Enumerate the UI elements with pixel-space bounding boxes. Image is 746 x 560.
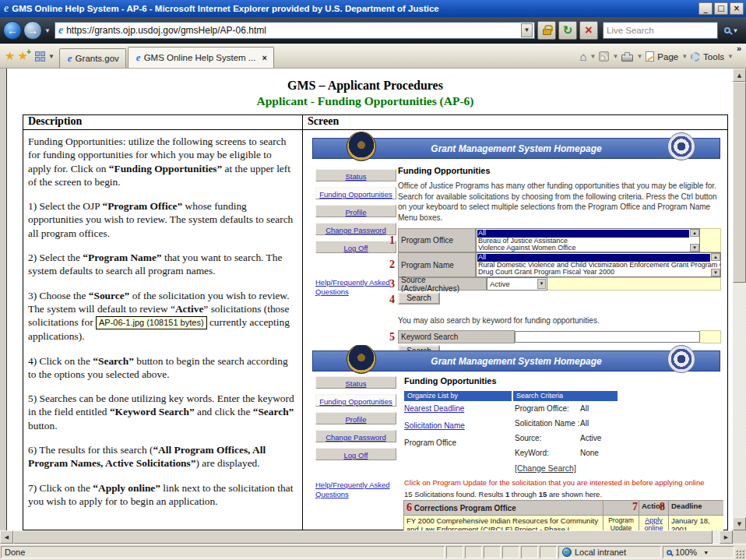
- bold-text-run: 15: [539, 490, 547, 498]
- sidebar-link-label[interactable]: Profile: [346, 208, 367, 217]
- stop-button[interactable]: ×: [579, 21, 598, 40]
- ssl-lock-icon[interactable]: [537, 21, 556, 40]
- listbox-scrollbar[interactable]: ▲▼: [690, 229, 699, 252]
- sidebar-link-label[interactable]: Status: [346, 379, 367, 388]
- scroll-left-icon[interactable]: ◀: [0, 530, 13, 544]
- sidebar-link-label[interactable]: Log Off: [344, 244, 368, 252]
- keyword-row: 5 Keyword Search: [398, 330, 721, 343]
- text-run: 15 Solicitations found. Results: [404, 490, 505, 498]
- favorites-center-icon[interactable]: ★: [5, 49, 15, 63]
- sidebar-button-log-off[interactable]: Log Off: [315, 448, 396, 460]
- scroll-up-icon[interactable]: ▲: [733, 69, 746, 82]
- listbox-option[interactable]: Drug Court Grant Program Fiscal Year 200…: [477, 269, 710, 276]
- program-name-label: Program Name: [398, 252, 476, 277]
- rss-feed-icon[interactable]: [599, 51, 609, 62]
- print-icon[interactable]: [621, 55, 633, 62]
- add-favorite-icon[interactable]: ★: [17, 49, 27, 63]
- live-search-field[interactable]: [603, 22, 718, 39]
- description-paragraph: 5) Searches can be done utilizing key wo…: [28, 392, 297, 432]
- sidebar-link-label[interactable]: Change Password: [325, 226, 386, 234]
- back-button[interactable]: ←: [3, 21, 22, 40]
- page-menu-icon[interactable]: [646, 51, 654, 62]
- search-button[interactable]: Search: [398, 292, 440, 305]
- scroll-down-icon[interactable]: ▼: [733, 517, 746, 530]
- window-title: GMS Online Help System - AP-6 - Microsof…: [12, 4, 697, 13]
- sidebar-link-label[interactable]: Funding Opportunities: [319, 190, 392, 199]
- bold-text-run: “Funding Opportunities”: [109, 163, 222, 174]
- ojp-eagle-seal-icon: [667, 345, 695, 373]
- bold-text-run: “Search”: [93, 355, 134, 367]
- refresh-button[interactable]: ↻: [558, 21, 577, 40]
- listbox-option[interactable]: Violence Against Women Office: [477, 245, 689, 252]
- apply-online-link[interactable]: Apply online: [639, 515, 669, 530]
- live-search-input[interactable]: [607, 26, 727, 35]
- scroll-right-icon[interactable]: ▶: [720, 530, 733, 544]
- zoom-dropdown-icon[interactable]: ▼: [703, 550, 709, 555]
- sidebar-link-label[interactable]: Change Password: [325, 433, 386, 442]
- organize-by-solicitation-name[interactable]: Solicitation Name: [404, 421, 515, 430]
- gms-sidebar: StatusFunding OpportunitiesProfileChange…: [315, 376, 396, 466]
- home-icon[interactable]: ⌂: [579, 50, 586, 63]
- tools-menu-label[interactable]: Tools: [703, 52, 724, 62]
- keyword-search-input[interactable]: [515, 331, 700, 343]
- sidebar-link-label[interactable]: Funding Opportunities: [319, 397, 392, 406]
- tab-grants-gov[interactable]: e Grants.gov: [59, 48, 126, 68]
- sidebar-link-label[interactable]: Status: [346, 172, 367, 181]
- help-faq-link[interactable]: Help/Frequently Asked Questions: [315, 278, 396, 297]
- page-menu-label[interactable]: Page: [657, 52, 678, 62]
- address-input[interactable]: [66, 25, 521, 36]
- organize-by-nearest-deadline[interactable]: Nearest Deadline: [404, 404, 515, 413]
- tab-close-icon[interactable]: ×: [262, 53, 266, 62]
- sidebar-button-funding-opportunities[interactable]: Funding Opportunities: [315, 394, 396, 407]
- help-faq-link[interactable]: Help/Frequently Asked Questions: [315, 481, 396, 499]
- change-search-link[interactable]: [Change Search]: [515, 463, 601, 473]
- sidebar-button-status[interactable]: Status: [315, 376, 396, 389]
- program-name-listbox[interactable]: AllRural Domestic Violence and Child Vic…: [476, 252, 721, 277]
- criteria-value: None: [580, 449, 599, 457]
- tab-list-dropdown-icon[interactable]: ▼: [48, 53, 55, 60]
- address-dropdown-icon[interactable]: ▼: [521, 23, 533, 37]
- source-dropdown[interactable]: Active▼: [487, 277, 547, 291]
- sidebar-button-profile[interactable]: Profile: [315, 205, 396, 217]
- sidebar-button-status[interactable]: Status: [315, 169, 396, 181]
- sidebar-button-profile[interactable]: Profile: [315, 412, 396, 424]
- gms-main: Funding Opportunities Organize List by S…: [404, 376, 719, 530]
- sidebar-link-label[interactable]: Profile: [346, 415, 367, 424]
- program-office-listbox[interactable]: AllBureau of Justice AssistanceViolence …: [476, 228, 700, 252]
- deadline-cell: January 18, 2001: [668, 515, 723, 530]
- sidebar-button-funding-opportunities[interactable]: Funding Opportunities: [315, 187, 396, 199]
- zoom-pane[interactable]: 100% ▼: [663, 546, 734, 558]
- tab-gms-help[interactable]: e GMS Online Help System ... ×: [128, 47, 274, 68]
- gms-intro-text: Office of Justice Programs has many othe…: [398, 181, 721, 223]
- vertical-scrollbar-thumb[interactable]: [733, 82, 746, 283]
- forward-button[interactable]: →: [23, 21, 42, 40]
- toolbar-overflow-icon[interactable]: »: [737, 44, 741, 53]
- criteria-label: Source:: [515, 434, 580, 442]
- solicitations-table: 6 Corrections Program Office 7Action 8De…: [404, 501, 723, 530]
- sidebar-button-change-password[interactable]: Change Password: [315, 223, 396, 235]
- maximize-button[interactable]: □: [714, 2, 728, 15]
- minimize-button[interactable]: _: [698, 2, 713, 15]
- sidebar-button-log-off[interactable]: Log Off: [315, 241, 396, 253]
- horizontal-scrollbar[interactable]: ◀ ▶: [0, 530, 733, 544]
- doj-seal-icon: [347, 132, 376, 161]
- vertical-scrollbar[interactable]: ▲ ▼: [733, 69, 746, 530]
- horizontal-scrollbar-thumb[interactable]: [13, 530, 713, 544]
- gms-main: Funding Opportunities Office of Justice …: [398, 166, 721, 361]
- text-run: 1) Select the OJP: [28, 200, 102, 212]
- security-zone-pane: Local intranet: [558, 546, 661, 558]
- sidebar-link-label[interactable]: Log Off: [344, 451, 368, 460]
- address-field[interactable]: e ▼: [55, 22, 535, 39]
- criteria-row: Source:Active: [515, 434, 601, 442]
- dropdown-arrow-icon[interactable]: ▼: [537, 279, 546, 289]
- resize-grip[interactable]: [735, 549, 744, 558]
- source-value: Active: [490, 280, 510, 288]
- tools-gear-icon[interactable]: [691, 52, 700, 62]
- quick-tabs-icon[interactable]: [35, 51, 45, 62]
- search-go-button[interactable]: ▼: [720, 21, 743, 40]
- close-button[interactable]: ×: [730, 2, 744, 15]
- history-dropdown-icon[interactable]: ▼: [44, 27, 51, 34]
- listbox-scrollbar[interactable]: ▲▼: [711, 253, 720, 276]
- sidebar-button-change-password[interactable]: Change Password: [315, 430, 396, 442]
- annotation-7: 7: [632, 501, 638, 513]
